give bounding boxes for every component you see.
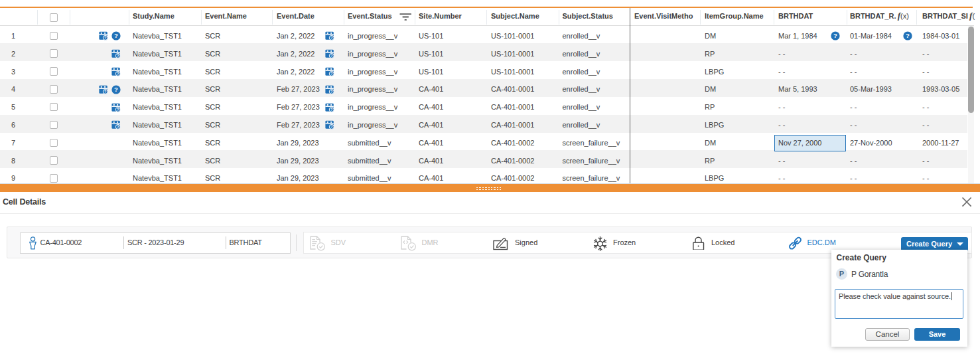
svg-text:?: ? [833, 33, 837, 40]
svg-text:?: ? [114, 86, 118, 93]
svg-text:?: ? [906, 33, 910, 40]
svg-text:?: ? [114, 33, 118, 40]
